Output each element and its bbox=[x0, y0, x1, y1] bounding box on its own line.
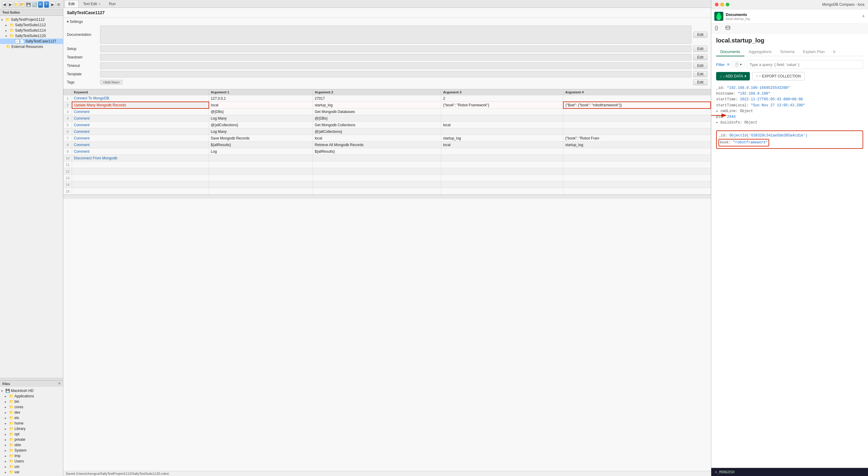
tags-edit-btn[interactable]: Edit bbox=[693, 79, 707, 85]
keyword-cell[interactable]: Comment bbox=[72, 122, 209, 128]
file-sbin[interactable]: ▸ 📁 sbin bbox=[0, 442, 63, 448]
file-tmp[interactable]: ▸ 📁 tmp bbox=[0, 453, 63, 458]
arg2-cell[interactable]: 27017 bbox=[313, 95, 441, 102]
toolbar-k[interactable]: K bbox=[38, 1, 43, 8]
export-collection-btn[interactable]: ↑ ↑ EXPORT COLLECTION bbox=[752, 72, 805, 81]
arg4-cell[interactable] bbox=[563, 108, 711, 115]
keyword-link[interactable]: Connect To MongoDB bbox=[74, 96, 109, 100]
arg1-cell[interactable]: Log Many bbox=[209, 115, 313, 122]
setup-input[interactable] bbox=[100, 45, 691, 52]
arg1-cell[interactable]: 127.0.0.1 bbox=[209, 95, 313, 102]
teardown-edit-btn[interactable]: Edit bbox=[693, 54, 707, 60]
arg3-cell[interactable] bbox=[441, 108, 563, 115]
mongo-tab-ir[interactable]: Ir bbox=[829, 47, 840, 56]
arg2-cell[interactable]: local bbox=[313, 135, 441, 141]
arg3-cell[interactable]: local bbox=[441, 122, 563, 128]
arg3-cell[interactable]: local bbox=[441, 141, 563, 148]
toolbar-run[interactable]: ▶ bbox=[50, 1, 55, 8]
tree-item-suite1120[interactable]: ▾ 📁 SallyTestSuite1120 bbox=[0, 33, 63, 38]
keyword-cell[interactable]: Comment bbox=[72, 108, 209, 115]
maximize-window-btn[interactable] bbox=[726, 3, 730, 6]
arg1-cell[interactable]: Log Many bbox=[209, 128, 313, 135]
keyword-link[interactable]: Comment bbox=[74, 110, 90, 114]
filter-input[interactable] bbox=[747, 60, 863, 69]
arg3-cell[interactable] bbox=[441, 155, 563, 161]
add-data-btn[interactable]: ↓ ↓ ADD DATA ▾ bbox=[716, 72, 750, 81]
file-cores[interactable]: ▸ 📁 cores bbox=[0, 404, 63, 410]
arg2-cell[interactable]: Get Mongodb Collections bbox=[313, 122, 441, 128]
toolbar-new[interactable]: 📁 bbox=[14, 1, 19, 8]
arg3-cell[interactable]: {"book": "Robot Framework"} bbox=[441, 102, 563, 108]
arg1-cell[interactable]: ${allResults} bbox=[209, 141, 313, 148]
toolbar-open[interactable]: 📂 bbox=[20, 1, 25, 8]
tree-item-external[interactable]: 📁 External Resources bbox=[0, 44, 63, 50]
arg1-cell[interactable]: Log bbox=[209, 148, 313, 155]
tree-item-case1127[interactable]: ✓ 📄 SallyTestCase1127 bbox=[0, 38, 63, 44]
minimize-window-btn[interactable] bbox=[720, 3, 724, 6]
arg4-cell[interactable] bbox=[563, 95, 711, 102]
file-library[interactable]: ▸ 📁 Library bbox=[0, 426, 63, 432]
mongo-tab-aggregations[interactable]: Aggregations bbox=[744, 47, 776, 56]
toolbar-fwd[interactable]: ▶ bbox=[8, 1, 13, 8]
mongo-tab-documents[interactable]: Documents bbox=[716, 47, 744, 56]
add-new-tag[interactable]: <Add New> bbox=[100, 80, 123, 85]
file-dev[interactable]: ▸ 📁 dev bbox=[0, 410, 63, 415]
arg1-cell[interactable]: local bbox=[209, 102, 313, 108]
tab-edit[interactable]: Edit bbox=[64, 0, 79, 7]
arg1-cell[interactable] bbox=[209, 155, 313, 161]
files-close-btn[interactable]: ✕ bbox=[58, 382, 61, 386]
close-window-btn[interactable] bbox=[715, 3, 718, 6]
toolbar-settings[interactable]: ⚙ bbox=[56, 1, 61, 8]
mongo-nav-db-icon[interactable] bbox=[722, 24, 734, 33]
keyword-link[interactable]: Comment bbox=[74, 143, 90, 147]
file-opt[interactable]: ▸ 📁 opt bbox=[0, 432, 63, 437]
keyword-cell[interactable]: Comment bbox=[72, 128, 209, 135]
filter-label[interactable]: Filter bbox=[716, 62, 725, 67]
arg4-cell[interactable] bbox=[563, 115, 711, 122]
keyword-cell[interactable]: Comment bbox=[72, 115, 209, 122]
keyword-cell[interactable]: Comment bbox=[72, 135, 209, 141]
arg2-cell[interactable] bbox=[313, 155, 441, 161]
tab-run[interactable]: Run bbox=[105, 0, 120, 7]
tree-item-suite1112[interactable]: ▸ 📁 SallyTestSuite1112 bbox=[0, 22, 63, 28]
arg4-cell[interactable] bbox=[563, 128, 711, 135]
toolbar-refresh[interactable]: 🔄 bbox=[32, 1, 37, 8]
arg2-cell[interactable]: ${allResults} bbox=[313, 148, 441, 155]
arg2-cell[interactable]: Get Mongodb Databases bbox=[313, 108, 441, 115]
file-macintosh[interactable]: ▾ 💾 Macintosh HD bbox=[0, 388, 63, 393]
file-users[interactable]: ▸ 📁 Users bbox=[0, 458, 63, 464]
arg4-cell[interactable]: {"book": "Robot Fram bbox=[563, 135, 711, 141]
keyword-link[interactable]: Update Many Mongodb Records bbox=[74, 103, 126, 107]
keyword-link[interactable]: Comment bbox=[74, 130, 90, 134]
keyword-cell[interactable]: Connect To MongoDB bbox=[72, 95, 209, 102]
horizontal-scrollbar[interactable] bbox=[63, 195, 711, 199]
arg1-cell[interactable]: @{DBs} bbox=[209, 108, 313, 115]
keyword-cell[interactable]: Comment bbox=[72, 148, 209, 155]
arg1-cell[interactable]: Save Mongodb Records bbox=[209, 135, 313, 141]
keyword-cell[interactable]: Comment bbox=[72, 141, 209, 148]
tab-close-icon[interactable]: ✕ bbox=[98, 2, 101, 6]
arg2-cell[interactable]: Retrieve All Mongodb Records bbox=[313, 141, 441, 148]
keyword-link[interactable]: Comment bbox=[74, 136, 90, 140]
setup-edit-btn[interactable]: Edit bbox=[693, 46, 707, 52]
arg2-cell[interactable]: @{allCollections} bbox=[313, 128, 441, 135]
settings-toggle[interactable]: ▾ Settings bbox=[67, 20, 707, 24]
arg1-cell[interactable]: @{allCollections} bbox=[209, 122, 313, 128]
doc1-buildinfo-row[interactable]: ▸ buildinfo: Object bbox=[716, 120, 863, 126]
teardown-input[interactable] bbox=[100, 54, 691, 61]
file-applications[interactable]: ▸ 📁 Applications bbox=[0, 393, 63, 399]
keyword-link[interactable]: Comment bbox=[74, 150, 90, 154]
tree-item-project[interactable]: ▾ 📁 SallyTestProject1112 bbox=[0, 17, 63, 22]
arg2-cell[interactable]: startup_log bbox=[313, 102, 441, 108]
file-usr[interactable]: ▸ 📁 usr bbox=[0, 464, 63, 469]
timeout-input[interactable] bbox=[100, 62, 691, 69]
mongo-add-connection-btn[interactable]: + bbox=[862, 13, 865, 20]
keyword-cell[interactable]: Disconnect From Mongodb bbox=[72, 155, 209, 161]
documentation-edit-btn[interactable]: Edit bbox=[693, 32, 707, 38]
tab-text-edit[interactable]: Text Edit ✕ bbox=[79, 0, 104, 7]
file-etc[interactable]: ▸ 📁 etc bbox=[0, 415, 63, 420]
arg4-cell[interactable] bbox=[563, 122, 711, 128]
file-bin[interactable]: ▸ 📁 bin bbox=[0, 399, 63, 404]
arg4-cell[interactable] bbox=[563, 148, 711, 155]
time-picker[interactable]: 🕐 ▾ bbox=[732, 61, 744, 68]
